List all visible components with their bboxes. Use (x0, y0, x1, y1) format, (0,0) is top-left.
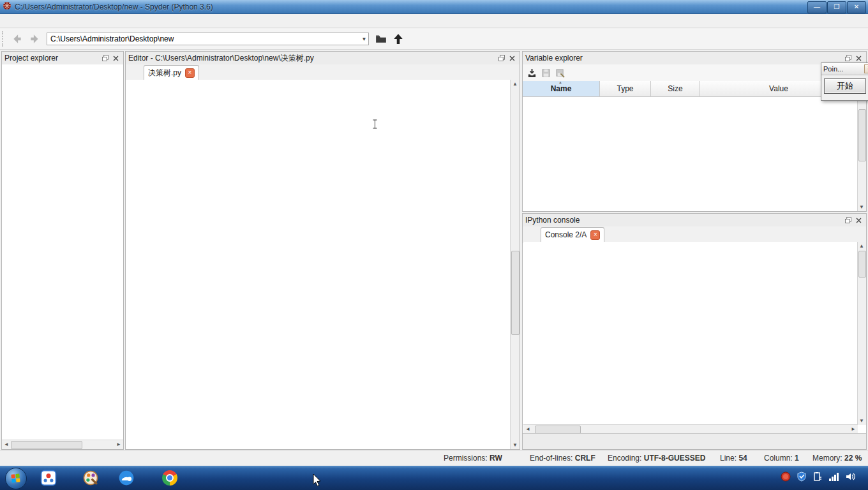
status-line: Line: 54 (720, 454, 747, 463)
import-data-icon[interactable] (527, 68, 537, 78)
desktop: C:/Users/Administrator/Desktop/new - Spy… (0, 0, 868, 490)
project-explorer-panel: Project explorer ◄► (1, 51, 124, 450)
pointofix-window-title: Poin... (823, 65, 843, 73)
column-header-size[interactable]: Size (651, 81, 700, 96)
close-icon[interactable] (507, 53, 517, 63)
save-data-icon[interactable] (541, 68, 551, 78)
close-button[interactable]: ✕ (847, 1, 866, 13)
variable-explorer-panel: Variable explorer ▲Name Type Size Value … (522, 51, 867, 212)
start-button[interactable] (5, 468, 27, 489)
project-file-tree (2, 64, 123, 440)
editor-panel: Editor - C:\Users\Administrator\Desktop\… (125, 51, 520, 450)
project-explorer-title: Project explorer (4, 54, 58, 63)
pointofix-start-button[interactable]: 开始 (824, 78, 866, 94)
undock-icon[interactable] (497, 53, 507, 63)
tab-close-icon[interactable]: × (185, 68, 195, 78)
console-panel-title: IPython console (525, 216, 580, 225)
status-encoding: Encoding: UTF-8-GUESSED (608, 454, 705, 463)
system-tray (781, 471, 855, 484)
working-directory-input[interactable] (47, 33, 369, 45)
undock-icon[interactable] (843, 215, 853, 225)
status-memory: Memory: 22 % (812, 454, 862, 463)
minimize-button[interactable]: — (807, 1, 827, 13)
parent-directory-button[interactable] (389, 31, 407, 48)
window-titlebar: C:/Users/Administrator/Desktop/new - Spy… (0, 0, 868, 14)
quick-launch-app-icon[interactable] (40, 469, 57, 487)
tray-clipboard-icon[interactable] (812, 471, 823, 484)
status-eol: End-of-lines: CRLF (530, 454, 595, 463)
browse-directory-button[interactable] (372, 31, 389, 48)
variable-explorer-title: Variable explorer (525, 54, 583, 63)
console-horizontal-scrollbar[interactable]: ◄► (523, 424, 858, 434)
console-tab[interactable]: Console 2/A × (541, 227, 604, 242)
save-data-as-icon[interactable] (555, 68, 565, 78)
restore-button[interactable]: ❐ (827, 1, 846, 13)
tab-close-icon[interactable]: × (590, 230, 600, 240)
undock-icon[interactable] (843, 53, 853, 63)
column-header-type[interactable]: Type (600, 81, 651, 96)
spyder-app-icon (3, 1, 11, 12)
close-icon[interactable] (853, 215, 864, 225)
quick-launch-browser-icon[interactable] (117, 469, 135, 487)
pointofix-close-icon[interactable]: ✕ (864, 64, 868, 73)
tray-shield-icon[interactable] (797, 471, 807, 484)
status-column: Column: 1 (764, 454, 799, 463)
decision-tree-plot (523, 242, 858, 426)
text-cursor (372, 119, 378, 129)
menu-bar (0, 14, 868, 28)
working-directory-dropdown-icon[interactable]: ▼ (360, 34, 368, 44)
code-editor[interactable] (126, 80, 511, 449)
editor-tab[interactable]: 决策树.py × (144, 65, 199, 80)
tray-network-icon[interactable] (828, 471, 839, 484)
tray-volume-icon[interactable] (845, 471, 855, 484)
main-toolbar: ▼ (0, 29, 868, 50)
console-vertical-scrollbar[interactable]: ▲ ▼ (857, 242, 866, 425)
windows-taskbar (0, 466, 868, 490)
console-switcher-tabs (523, 433, 866, 449)
undock-icon[interactable] (100, 53, 110, 63)
quick-launch-chrome-icon[interactable] (161, 469, 179, 487)
editor-tab-label: 决策树.py (148, 68, 181, 78)
editor-title: Editor - C:\Users\Administrator\Desktop\… (128, 53, 314, 64)
console-tab-label: Console 2/A (545, 230, 587, 239)
ipython-console-panel: IPython console Console 2/A × ◄► ▲ ▼ (522, 213, 867, 450)
column-header-name[interactable]: ▲Name (523, 81, 600, 96)
close-icon[interactable] (110, 53, 121, 63)
window-title: C:/Users/Administrator/Desktop/new - Spy… (15, 3, 213, 11)
editor-vertical-scrollbar[interactable]: ▲ ▼ (510, 80, 520, 449)
quick-launch-paint-icon[interactable] (82, 469, 100, 487)
variables-table: ▲Name Type Size Value (523, 81, 858, 211)
tray-record-icon[interactable] (781, 471, 791, 484)
forward-button[interactable] (26, 31, 43, 48)
pointofix-window: Poin... ✕ 开始 (821, 63, 868, 101)
status-permissions: Permissions: RW (444, 454, 502, 463)
mouse-cursor (313, 473, 322, 487)
project-horizontal-scrollbar[interactable]: ◄► (2, 440, 123, 449)
status-bar: Permissions: RW End-of-lines: CRLF Encod… (0, 450, 868, 466)
back-button[interactable] (8, 31, 26, 48)
close-icon[interactable] (853, 53, 864, 63)
